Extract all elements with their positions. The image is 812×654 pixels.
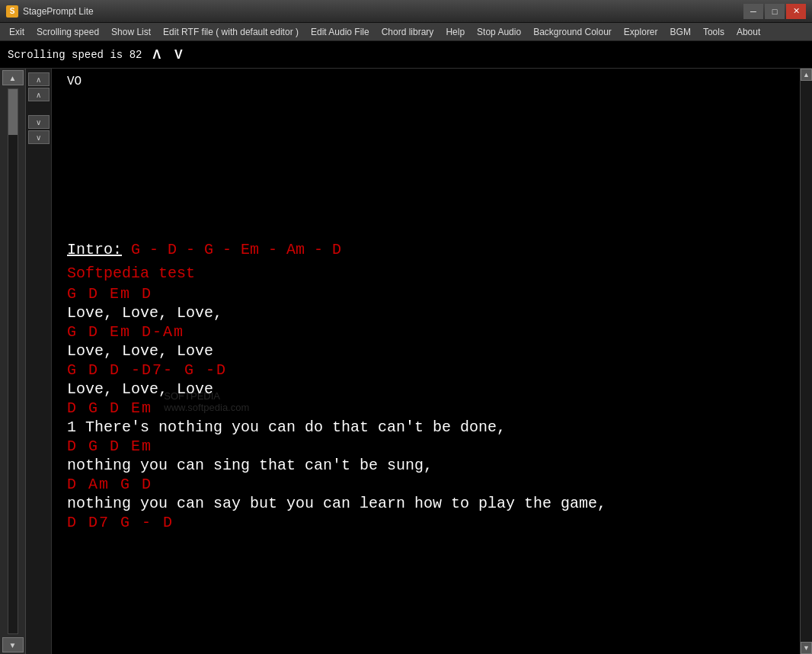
title-bar-controls: ─ □ ✕ (743, 4, 806, 19)
chord-line-3: G D D -D7- G -D (67, 361, 785, 379)
menu-explorer[interactable]: Explorer (618, 24, 664, 40)
speed-down-btn[interactable]: ∨ (28, 115, 50, 129)
menu-about[interactable]: About (730, 24, 766, 40)
verse-number: 1 (67, 418, 76, 436)
menu-tools[interactable]: Tools (697, 24, 730, 40)
lyric-line-6: nothing you can say but you can learn ho… (67, 495, 785, 512)
chord-line-5: D G D Em (67, 438, 785, 455)
scroll-track (8, 88, 18, 634)
close-button[interactable]: ✕ (786, 4, 806, 19)
status-bar: Scrolling speed is 82 Λ V (0, 41, 812, 69)
speed-controls: ∧ ∧ ∨ ∨ (26, 69, 52, 654)
chord-line-4: D G D Em (67, 399, 785, 417)
menu-exit[interactable]: Exit (3, 24, 30, 40)
chord-line-1: G D Em D (67, 285, 785, 303)
lyric-line-1: Love, Love, Love, (67, 304, 785, 322)
scroll-down-arrow[interactable]: ▼ (2, 637, 24, 652)
menu-bar: Exit Scrolling speed Show List Edit RTF … (0, 23, 812, 41)
song-title: Softpedia test (67, 264, 785, 282)
right-scroll-down[interactable]: ▼ (801, 642, 812, 654)
speed-down-button[interactable]: V (171, 48, 186, 62)
menu-background-colour[interactable]: Background Colour (527, 24, 618, 40)
maximize-button[interactable]: □ (765, 4, 785, 19)
intro-line: Intro: G - D - G - Em - Am - D (67, 241, 785, 258)
title-bar-left: S StagePrompt Lite (6, 5, 94, 18)
lyric-line-5: nothing you can sing that can't be sung, (67, 457, 785, 474)
chord-line-2: G D Em D-Am (67, 323, 785, 341)
left-scrollbar: ▲ ▼ (0, 69, 26, 654)
app-icon: S (6, 5, 18, 18)
menu-chord-library[interactable]: Chord library (376, 24, 440, 40)
menu-scrolling-speed[interactable]: Scrolling speed (30, 24, 105, 40)
title-bar: S StagePrompt Lite ─ □ ✕ (0, 0, 812, 23)
menu-stop-audio[interactable]: Stop Audio (471, 24, 527, 40)
chord-line-6: D Am G D (67, 476, 785, 493)
content-area: VO Intro: G - D - G - Em - Am - D Softpe… (52, 69, 800, 654)
lyric-line-2: Love, Love, Love (67, 342, 785, 360)
speed-down-btn2[interactable]: ∨ (28, 130, 50, 144)
menu-edit-audio[interactable]: Edit Audio File (305, 24, 376, 40)
speed-up-btn2[interactable]: ∧ (28, 88, 50, 101)
scroll-up-arrow[interactable]: ▲ (2, 70, 24, 85)
right-scroll-up[interactable]: ▲ (801, 69, 812, 81)
menu-edit-rtf[interactable]: Edit RTF file ( with default editor ) (157, 24, 305, 40)
menu-show-list[interactable]: Show List (105, 24, 157, 40)
lyric-line-4: 1 There's nothing you can do that can't … (67, 418, 785, 436)
menu-bgm[interactable]: BGM (664, 24, 697, 40)
intro-chords: G - D - G - Em - Am - D (122, 241, 341, 258)
intro-label: Intro: (67, 241, 122, 258)
minimize-button[interactable]: ─ (743, 4, 763, 19)
app-title: StagePrompt Lite (23, 6, 94, 17)
scroll-thumb (8, 89, 18, 135)
speed-up-button[interactable]: Λ (149, 48, 164, 62)
vo-label: VO (67, 75, 785, 88)
right-scrollbar: ▲ ▼ (800, 69, 812, 654)
right-scroll-track (801, 81, 812, 642)
lyric-text-4: There's nothing you can do that can't be… (76, 418, 506, 436)
lyric-line-3: Love, Love, Love (67, 380, 785, 398)
scrolling-speed-text: Scrolling speed is 82 (8, 49, 142, 61)
chord-line-7: D D7 G - D (67, 514, 785, 531)
main-area: ▲ ▼ ∧ ∧ ∨ ∨ VO Intro: G - D - G - Em - A… (0, 69, 812, 654)
menu-help[interactable]: Help (440, 24, 471, 40)
speed-up-btn[interactable]: ∧ (28, 72, 50, 86)
